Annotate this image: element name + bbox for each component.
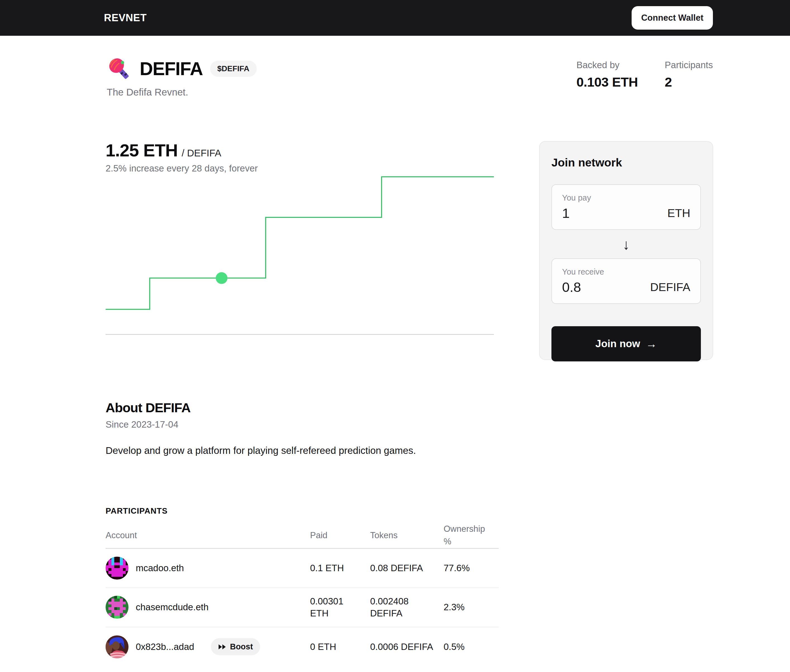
table-body: mcadoo.eth 0.1 ETH 0.08 DEFIFA 77.6% cha… <box>106 549 498 666</box>
project-tagline: The Defifa Revnet. <box>107 86 257 98</box>
receive-currency-label: DEFIFA <box>650 281 690 294</box>
account-name[interactable]: 0x823b...adad <box>136 642 194 652</box>
join-now-label: Join now <box>595 338 640 350</box>
pay-currency-label: ETH <box>667 207 690 220</box>
table-row[interactable]: 0x823b...adad Boost 0 ETH 0.0006 DEFIFA … <box>106 627 498 666</box>
column-header-paid: Paid <box>310 530 370 541</box>
ownership-cell: 2.3% <box>444 602 498 613</box>
join-network-card: Join network You pay ETH ↓ You receive D… <box>539 141 713 360</box>
tokens-cell: 0.002408 DEFIFA <box>370 595 440 619</box>
project-identity: DEFIFA $DEFIFA The Defifa Revnet. <box>106 55 257 98</box>
receive-amount-input[interactable] <box>562 279 646 295</box>
pay-amount-input[interactable] <box>562 205 646 221</box>
defifa-paddle-icon <box>106 55 132 82</box>
price-block: 1.25 ETH / DEFIFA 2.5% increase every 28… <box>106 140 498 174</box>
table-row[interactable]: chasemcdude.eth 0.00301 ETH 0.002408 DEF… <box>106 588 498 627</box>
table-row[interactable]: mcadoo.eth 0.1 ETH 0.08 DEFIFA 77.6% <box>106 549 498 588</box>
current-price: 1.25 ETH <box>106 140 178 160</box>
avatar <box>106 596 128 619</box>
ownership-cell: 0.5% <box>444 642 498 652</box>
column-header-tokens: Tokens <box>370 530 444 541</box>
participants-table: Account Paid Tokens Ownership % mcadoo.e… <box>106 523 498 666</box>
column-header-account: Account <box>106 530 310 541</box>
stat-participants: Participants 2 <box>665 60 713 98</box>
about-section: About DEFIFA Since 2023-17-04 Develop an… <box>106 400 498 457</box>
participants-title: PARTICIPANTS <box>106 506 498 515</box>
about-description: Develop and grow a platform for playing … <box>106 444 498 457</box>
column-header-ownership: Ownership % <box>444 523 488 548</box>
x-axis-tick: 4 <box>379 345 385 347</box>
you-receive-label: You receive <box>562 267 690 277</box>
you-pay-box: You pay ETH <box>551 184 701 230</box>
paid-cell: 0.00301 ETH <box>310 595 362 619</box>
connect-wallet-button[interactable]: Connect Wallet <box>631 6 713 30</box>
x-axis-tick: 2 <box>147 345 152 347</box>
about-title: About DEFIFA <box>106 400 498 415</box>
paid-cell: 0.1 ETH <box>310 562 362 574</box>
current-price-dot <box>216 272 228 284</box>
price-unit: / DEFIFA <box>181 147 221 158</box>
table-header: Account Paid Tokens Ownership % <box>106 523 498 549</box>
you-receive-box: You receive DEFIFA <box>551 258 701 304</box>
stat-value: 0.103 ETH <box>576 74 638 90</box>
price-step-chart: 234 <box>106 174 494 347</box>
stat-label: Backed by <box>576 60 638 70</box>
stat-value: 2 <box>665 74 713 90</box>
page-title: DEFIFA <box>140 58 203 79</box>
arrow-right-icon: → <box>646 338 657 350</box>
about-since: Since 2023-17-04 <box>106 419 498 430</box>
main-column: 1.25 ETH / DEFIFA 2.5% increase every 28… <box>106 140 498 666</box>
stat-label: Participants <box>665 60 713 70</box>
fast-forward-icon <box>218 644 226 650</box>
arrow-down-icon: ↓ <box>551 236 701 253</box>
ticker-badge: $DEFIFA <box>210 61 257 77</box>
x-axis-tick: 3 <box>263 345 268 347</box>
account-name[interactable]: mcadoo.eth <box>136 563 184 573</box>
participants-section: PARTICIPANTS Account Paid Tokens Ownersh… <box>106 506 498 666</box>
project-header: DEFIFA $DEFIFA The Defifa Revnet. Backed… <box>106 55 713 98</box>
paid-cell: 0 ETH <box>310 641 362 653</box>
join-now-button[interactable]: Join now → <box>551 326 701 362</box>
tokens-cell: 0.08 DEFIFA <box>370 562 440 574</box>
page: REVNET Connect Wallet <box>0 0 790 672</box>
account-name[interactable]: chasemcdude.eth <box>136 602 209 613</box>
boost-badge: Boost <box>211 638 260 655</box>
you-pay-label: You pay <box>562 193 690 203</box>
boost-label: Boost <box>230 642 253 651</box>
join-card-title: Join network <box>551 156 701 169</box>
price-schedule-note: 2.5% increase every 28 days, forever <box>106 163 498 174</box>
avatar <box>106 635 128 658</box>
brand-logo[interactable]: REVNET <box>104 12 147 24</box>
project-stats: Backed by 0.103 ETH Participants 2 <box>576 60 713 98</box>
ownership-cell: 77.6% <box>444 563 498 573</box>
tokens-cell: 0.0006 DEFIFA <box>370 641 440 653</box>
stat-backed-by: Backed by 0.103 ETH <box>576 60 638 98</box>
avatar <box>106 557 128 579</box>
top-nav: REVNET Connect Wallet <box>0 0 790 36</box>
